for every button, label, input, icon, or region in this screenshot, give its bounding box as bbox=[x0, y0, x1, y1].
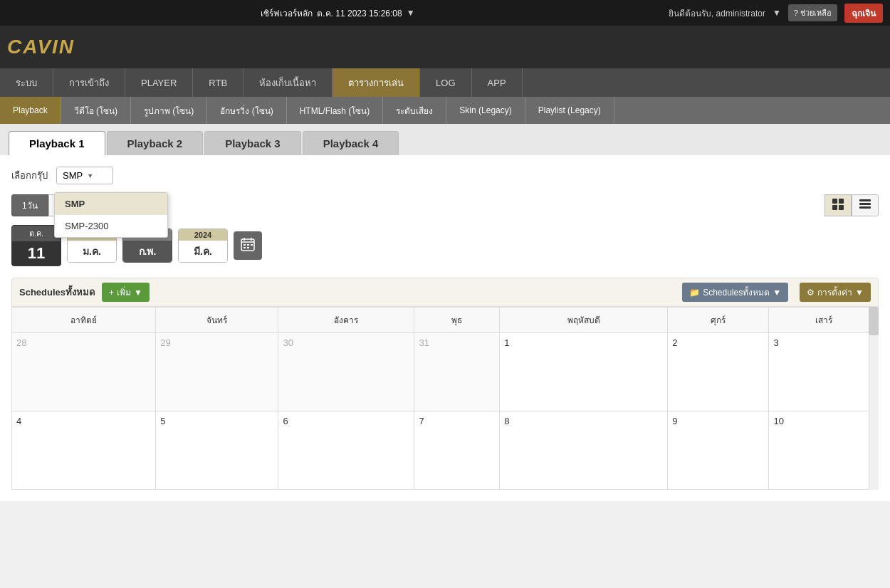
filter-label: Schedulesทั้งหมด bbox=[703, 285, 770, 299]
content-area: เลือกกรุ๊ป SMP SMP SMP-2300 1วัน สัปดาห์… bbox=[0, 155, 890, 501]
day-cell-29[interactable]: 29 bbox=[156, 333, 278, 411]
sub-nav: Playback วีดีโอ (โซน) รูปภาพ (โซน) อักษร… bbox=[0, 97, 890, 124]
settings-label: การตั้งค่า bbox=[817, 285, 852, 299]
selected-group: SMP bbox=[63, 170, 83, 181]
subnav-playlist[interactable]: Playlist (Legacy) bbox=[525, 97, 614, 124]
subnav-image[interactable]: รูปภาพ (โซน) bbox=[131, 97, 207, 124]
add-schedule-btn[interactable]: + เพิ่ม ▼ bbox=[102, 283, 150, 302]
nav-item-log[interactable]: LOG bbox=[420, 68, 471, 97]
nav-item-player[interactable]: PLAYER bbox=[125, 68, 193, 97]
open-calendar-btn[interactable] bbox=[234, 231, 262, 260]
svg-rect-13 bbox=[251, 244, 253, 246]
group-dropdown-menu: SMP SMP-2300 bbox=[54, 192, 168, 238]
calendar-wrapper: อาทิตย์ จันทร์ อังคาร พุธ พฤหัสบดี ศุกร์… bbox=[11, 307, 879, 490]
add-label: เพิ่ม bbox=[117, 285, 131, 299]
col-friday: ศุกร์ bbox=[668, 308, 769, 333]
schedules-filter-btn[interactable]: 📁 Schedulesทั้งหมด ▼ bbox=[682, 283, 788, 302]
topbar-center: เซิร์ฟเวอร์หลัก ต.ค. 11 2023 15:26:08 ▼ bbox=[261, 6, 414, 20]
logout-button[interactable]: ฉุกเจิน bbox=[844, 4, 883, 23]
logo: CAVIN bbox=[7, 36, 75, 58]
day-cell-2[interactable]: 2 bbox=[668, 333, 769, 411]
svg-rect-6 bbox=[859, 206, 871, 209]
subnav-html[interactable]: HTML/Flash (โซน) bbox=[287, 97, 384, 124]
svg-rect-4 bbox=[859, 199, 871, 201]
group-selector: เลือกกรุ๊ป SMP SMP SMP-2300 bbox=[11, 167, 879, 184]
settings-dropdown-icon: ▼ bbox=[855, 288, 864, 298]
svg-rect-3 bbox=[839, 205, 844, 210]
card-day-label: 11 bbox=[12, 241, 61, 266]
tab-playback-1[interactable]: Playback 1 bbox=[9, 131, 105, 155]
svg-rect-11 bbox=[244, 244, 246, 246]
view-list-btn[interactable] bbox=[852, 194, 879, 216]
help-button[interactable]: ? ช่วยเหลือ bbox=[788, 4, 837, 21]
nav-item-access[interactable]: การเข้าถึง bbox=[53, 68, 125, 97]
card-monthname-3: มี.ค. bbox=[179, 241, 227, 262]
nav-item-rtb[interactable]: RTB bbox=[193, 68, 244, 97]
day-cell-1[interactable]: 1 bbox=[500, 333, 668, 411]
datetime-label: ต.ค. 11 2023 15:26:08 bbox=[317, 6, 402, 20]
tab-playback-2[interactable]: Playback 2 bbox=[107, 131, 204, 155]
col-sunday: อาทิตย์ bbox=[12, 308, 156, 333]
filter-dropdown-icon: ▼ bbox=[773, 288, 781, 298]
group-label: เลือกกรุ๊ป bbox=[11, 168, 48, 183]
card-month-label: ต.ค. bbox=[12, 226, 61, 241]
subnav-video[interactable]: วีดีโอ (โซน) bbox=[61, 97, 131, 124]
day-cell-31[interactable]: 31 bbox=[414, 333, 500, 411]
logobar: CAVIN bbox=[0, 26, 890, 68]
svg-rect-0 bbox=[832, 199, 837, 204]
datetime-dropdown[interactable]: ▼ bbox=[407, 8, 415, 18]
date-card-mar[interactable]: 2024 มี.ค. bbox=[178, 229, 228, 263]
day-cell-5[interactable]: 5 bbox=[156, 411, 278, 490]
svg-rect-5 bbox=[859, 203, 871, 205]
period-day-btn[interactable]: 1วัน bbox=[11, 194, 48, 216]
schedules-title: Schedulesทั้งหมด bbox=[19, 285, 95, 300]
subnav-ticker[interactable]: อักษรวิ่ง (โซน) bbox=[207, 97, 286, 124]
dropdown-option-smp[interactable]: SMP bbox=[55, 193, 167, 215]
card-year-3: 2024 bbox=[179, 229, 227, 241]
welcome-dropdown[interactable]: ▼ bbox=[773, 8, 781, 18]
tab-playback-3[interactable]: Playback 3 bbox=[204, 131, 301, 155]
subnav-volume[interactable]: ระดับเสียง bbox=[383, 97, 446, 124]
day-cell-28[interactable]: 28 bbox=[12, 333, 156, 411]
filter-icon: 📁 bbox=[689, 288, 700, 298]
nav-item-storage[interactable]: ห้องเก็บเนื้อหา bbox=[244, 68, 333, 97]
day-cell-9[interactable]: 9 bbox=[668, 411, 769, 490]
day-cell-8[interactable]: 8 bbox=[500, 411, 668, 490]
day-cell-7[interactable]: 7 bbox=[414, 411, 500, 490]
topbar-right: ยินดีต้อนรับ, administrator ▼ ? ช่วยเหลื… bbox=[669, 4, 883, 23]
day-cell-10[interactable]: 10 bbox=[769, 411, 879, 490]
playback-tabs: Playback 1 Playback 2 Playback 3 Playbac… bbox=[0, 124, 890, 155]
svg-rect-2 bbox=[832, 205, 837, 210]
table-row: 4 5 6 7 8 9 10 bbox=[12, 411, 879, 490]
nav-item-app[interactable]: APP bbox=[472, 68, 523, 97]
svg-rect-12 bbox=[247, 244, 249, 246]
dropdown-option-smp2300[interactable]: SMP-2300 bbox=[55, 215, 167, 237]
svg-rect-15 bbox=[247, 247, 249, 248]
col-saturday: เสาร์ bbox=[769, 308, 879, 333]
scrollbar-thumb[interactable] bbox=[869, 307, 879, 335]
group-dropdown[interactable]: SMP bbox=[56, 167, 113, 184]
subnav-playback[interactable]: Playback bbox=[0, 97, 61, 124]
day-cell-6[interactable]: 6 bbox=[278, 411, 414, 490]
nav-item-system[interactable]: ระบบ bbox=[0, 68, 53, 97]
calendar-table: อาทิตย์ จันทร์ อังคาร พุธ พฤหัสบดี ศุกร์… bbox=[11, 307, 879, 490]
view-grid-btn[interactable] bbox=[824, 194, 852, 216]
svg-rect-1 bbox=[839, 199, 844, 204]
schedules-bar: Schedulesทั้งหมด + เพิ่ม ▼ 📁 Schedulesทั… bbox=[11, 278, 879, 307]
nav-item-schedule[interactable]: ตารางการเล่น bbox=[333, 68, 420, 97]
col-tuesday: อังคาร bbox=[278, 308, 414, 333]
col-wednesday: พุธ bbox=[414, 308, 500, 333]
tab-playback-4[interactable]: Playback 4 bbox=[303, 131, 399, 155]
scrollbar-track[interactable] bbox=[869, 307, 879, 490]
settings-btn[interactable]: ⚙ การตั้งค่า ▼ bbox=[800, 283, 871, 302]
topbar: เซิร์ฟเวอร์หลัก ต.ค. 11 2023 15:26:08 ▼ … bbox=[0, 0, 890, 26]
day-cell-3[interactable]: 3 bbox=[769, 333, 879, 411]
welcome-label: ยินดีต้อนรับ, administrator bbox=[669, 6, 765, 20]
col-thursday: พฤหัสบดี bbox=[500, 308, 668, 333]
settings-icon: ⚙ bbox=[807, 288, 815, 298]
subnav-skin[interactable]: Skin (Legacy) bbox=[446, 97, 525, 124]
table-row: 28 29 30 31 1 2 3 bbox=[12, 333, 879, 411]
add-icon: + bbox=[109, 288, 114, 298]
day-cell-30[interactable]: 30 bbox=[278, 333, 414, 411]
day-cell-4[interactable]: 4 bbox=[12, 411, 156, 490]
